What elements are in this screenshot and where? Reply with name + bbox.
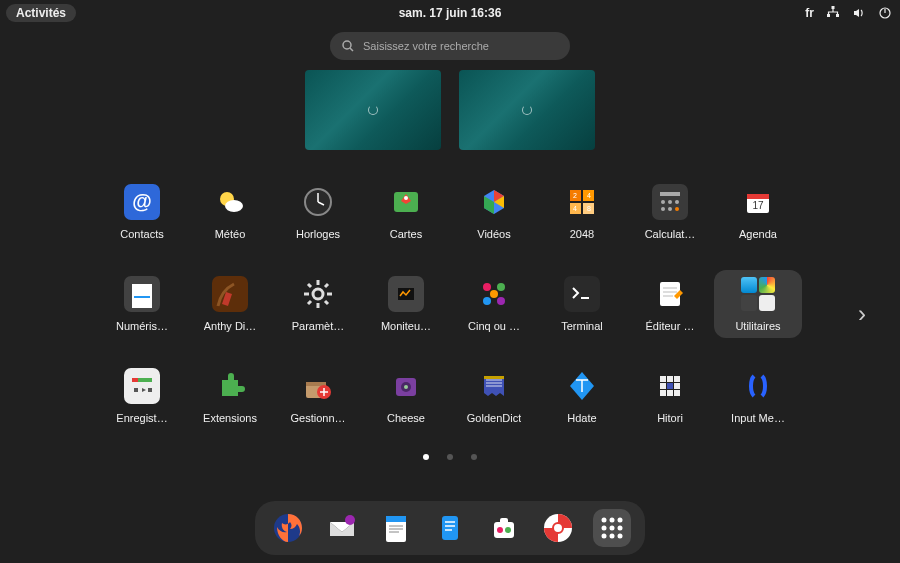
workspace-switcher: [0, 70, 900, 150]
app-extensions[interactable]: Extensions: [186, 362, 274, 430]
app-editor[interactable]: Éditeur …: [626, 270, 714, 338]
app-label: Gestionn…: [290, 412, 345, 424]
svg-rect-45: [124, 368, 160, 404]
svg-rect-21: [660, 192, 680, 196]
svg-point-74: [505, 527, 511, 533]
search-input[interactable]: [363, 40, 558, 52]
extensions-icon: [212, 368, 248, 404]
app-terminal[interactable]: Terminal: [538, 270, 626, 338]
svg-rect-64: [667, 390, 673, 396]
svg-point-76: [553, 523, 563, 533]
svg-rect-70: [442, 516, 458, 540]
app-utilities[interactable]: Utilitaires: [714, 270, 802, 338]
svg-rect-60: [660, 383, 666, 389]
cheese-icon: [388, 368, 424, 404]
app-goldendict[interactable]: GoldenDict: [450, 362, 538, 430]
app-settings[interactable]: Paramèt…: [274, 270, 362, 338]
app-contacts[interactable]: @Contacts: [98, 178, 186, 246]
svg-rect-43: [564, 276, 600, 312]
dash-firefox[interactable]: [269, 509, 307, 547]
app-label: Moniteu…: [381, 320, 431, 332]
app-hdate[interactable]: Hdate: [538, 362, 626, 430]
app-scan[interactable]: Numéris…: [98, 270, 186, 338]
dash-help[interactable]: [539, 509, 577, 547]
keyboard-layout-indicator[interactable]: fr: [805, 6, 814, 20]
dash-software[interactable]: [485, 509, 523, 547]
power-icon[interactable]: [878, 6, 892, 20]
search-icon: [342, 40, 355, 53]
page-indicator: [0, 454, 900, 460]
terminal-icon: [564, 276, 600, 312]
app-anthy[interactable]: Anthy Di…: [186, 270, 274, 338]
app-clocks[interactable]: Horloges: [274, 178, 362, 246]
status-area[interactable]: fr: [805, 6, 892, 20]
app-label: Cartes: [390, 228, 422, 240]
svg-rect-69: [386, 516, 406, 522]
volume-icon[interactable]: [852, 6, 866, 20]
dash-writer[interactable]: [377, 509, 415, 547]
activities-button[interactable]: Activités: [6, 4, 76, 22]
app-weather[interactable]: Météo: [186, 178, 274, 246]
five-icon: [476, 276, 512, 312]
network-icon[interactable]: [826, 6, 840, 20]
svg-text:8: 8: [587, 205, 591, 212]
svg-rect-59: [674, 376, 680, 382]
svg-rect-58: [667, 376, 673, 382]
dash: [255, 501, 645, 555]
app-label: Enregist…: [116, 412, 167, 424]
app-label: Anthy Di…: [204, 320, 257, 332]
app-calculator[interactable]: Calculat…: [626, 178, 714, 246]
2048-icon: 2448: [564, 184, 600, 220]
app-videos[interactable]: Vidéos: [450, 178, 538, 246]
svg-point-23: [668, 200, 672, 204]
app-label: Extensions: [203, 412, 257, 424]
app-label: Cinq ou …: [468, 320, 520, 332]
app-2048[interactable]: 24482048: [538, 178, 626, 246]
app-label: Vidéos: [477, 228, 510, 240]
app-maps[interactable]: Cartes: [362, 178, 450, 246]
dash-notes[interactable]: [431, 509, 469, 547]
page-dot-3[interactable]: [471, 454, 477, 460]
svg-text:2: 2: [573, 192, 577, 199]
app-monitor[interactable]: Moniteu…: [362, 270, 450, 338]
app-label: Hdate: [567, 412, 596, 424]
dash-appgrid[interactable]: [593, 509, 631, 547]
app-cheese[interactable]: Cheese: [362, 362, 450, 430]
svg-point-85: [618, 534, 623, 539]
svg-rect-2: [836, 14, 839, 17]
contacts-icon: @: [124, 184, 160, 220]
app-label: Éditeur …: [646, 320, 695, 332]
svg-rect-65: [674, 390, 680, 396]
app-label: Météo: [215, 228, 246, 240]
utilities-icon: [740, 276, 776, 312]
dash-mail[interactable]: [323, 509, 361, 547]
app-five[interactable]: Cinq ou …: [450, 270, 538, 338]
next-page-arrow[interactable]: ›: [858, 300, 866, 328]
svg-rect-63: [660, 390, 666, 396]
workspace-1[interactable]: [305, 70, 441, 150]
search-bar[interactable]: [330, 32, 570, 60]
goldendict-icon: [476, 368, 512, 404]
app-label: Agenda: [739, 228, 777, 240]
svg-rect-0: [832, 6, 835, 9]
svg-text:4: 4: [587, 192, 591, 199]
app-hitori[interactable]: Hitori: [626, 362, 714, 430]
app-manager[interactable]: Gestionn…: [274, 362, 362, 430]
svg-rect-47: [132, 378, 138, 382]
record-icon: [124, 368, 160, 404]
workspace-2[interactable]: [459, 70, 595, 150]
app-agenda[interactable]: 17Agenda: [714, 178, 802, 246]
svg-point-83: [602, 534, 607, 539]
top-bar: Activités sam. 17 juin 16:36 fr: [0, 0, 900, 26]
svg-point-79: [618, 518, 623, 523]
svg-point-35: [313, 289, 323, 299]
clock[interactable]: sam. 17 juin 16:36: [399, 6, 502, 20]
app-record[interactable]: Enregist…: [98, 362, 186, 430]
anthy-icon: [212, 276, 248, 312]
app-label: Utilitaires: [735, 320, 780, 332]
svg-point-40: [490, 290, 498, 298]
page-dot-2[interactable]: [447, 454, 453, 460]
page-dot-1[interactable]: [423, 454, 429, 460]
app-inputmethod[interactable]: Input Me…: [714, 362, 802, 430]
app-label: Terminal: [561, 320, 603, 332]
